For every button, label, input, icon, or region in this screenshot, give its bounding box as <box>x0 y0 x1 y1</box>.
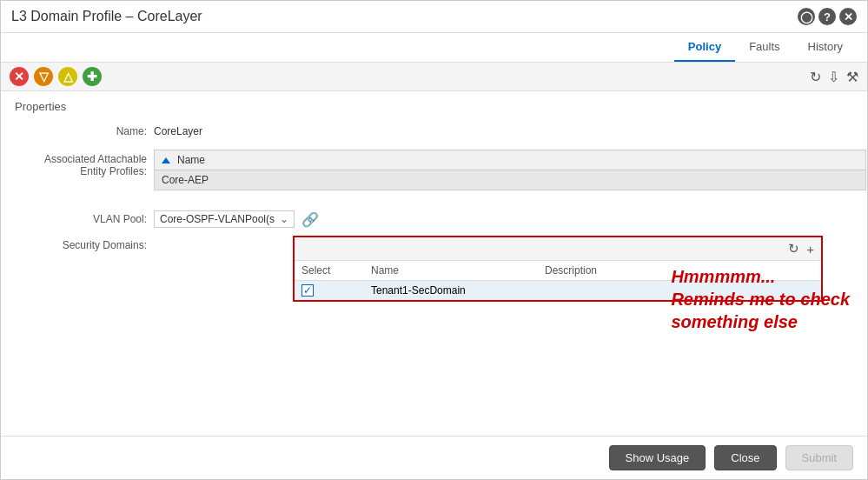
tab-faults[interactable]: Faults <box>735 33 793 62</box>
sec-col-select: Select <box>301 264 371 277</box>
vlan-pool-label: VLAN Pool: <box>15 210 154 229</box>
sec-col-name: Name <box>371 264 545 277</box>
close-button[interactable]: Close <box>714 445 776 470</box>
warning-button[interactable]: ▽ <box>34 67 53 86</box>
submit-button: Submit <box>785 445 853 470</box>
download-icon[interactable]: ⇩ <box>828 69 839 85</box>
footer: Show Usage Close Submit <box>1 436 867 479</box>
sec-refresh-icon[interactable]: ↻ <box>788 241 799 257</box>
user-icon[interactable]: ◯ <box>798 8 815 25</box>
aep-label: Associated AttachableEntity Profiles: <box>15 150 154 181</box>
aep-column-name: Name <box>177 154 205 166</box>
title-bar: L3 Domain Profile – CoreLayer ◯ ? ✕ <box>1 1 867 33</box>
window-title: L3 Domain Profile – CoreLayer <box>11 9 202 24</box>
tab-bar: Policy Faults History <box>1 33 867 63</box>
sec-checkbox[interactable]: ✓ <box>301 284 371 297</box>
ok-button[interactable]: ✚ <box>83 67 102 86</box>
sec-domain-name: Tenant1-SecDomain <box>371 284 545 297</box>
aep-section: Associated AttachableEntity Profiles: Na… <box>15 150 853 190</box>
check-icon: ✓ <box>303 284 312 297</box>
window-controls: ◯ ? ✕ <box>798 8 857 25</box>
tab-history[interactable]: History <box>794 33 857 62</box>
name-value: CoreLayer <box>154 122 853 141</box>
tab-policy[interactable]: Policy <box>674 33 735 62</box>
content-area: Properties Name: CoreLayer Associated At… <box>1 91 867 436</box>
settings-icon[interactable]: ⚒ <box>846 69 858 85</box>
refresh-icon[interactable]: ↻ <box>810 69 821 85</box>
security-domains-label: Security Domains: <box>15 236 154 255</box>
name-label: Name: <box>15 122 154 141</box>
vlan-pool-value: Core-OSPF-VLANPool(s <box>160 213 275 225</box>
aep-table-header: Name <box>155 150 865 170</box>
show-usage-button[interactable]: Show Usage <box>609 445 706 470</box>
delete-button[interactable]: ✕ <box>10 67 29 86</box>
vlan-pool-section: VLAN Pool: Core-OSPF-VLANPool(s ⌄ 🔗 <box>15 210 853 229</box>
aep-table: Name Core-AEP <box>154 150 866 190</box>
close-window-icon[interactable]: ✕ <box>839 8 857 25</box>
vlan-pool-select[interactable]: Core-OSPF-VLANPool(s ⌄ <box>154 210 295 228</box>
dropdown-arrow-icon: ⌄ <box>280 213 288 225</box>
toolbar-right: ↻ ⇩ ⚒ <box>810 69 858 85</box>
toolbar: ✕ ▽ △ ✚ ↻ ⇩ ⚒ <box>1 63 867 91</box>
help-icon[interactable]: ? <box>818 8 836 25</box>
name-property: Name: CoreLayer <box>15 122 853 141</box>
sec-add-icon[interactable]: + <box>806 242 814 257</box>
aep-row: Core-AEP <box>155 170 865 190</box>
vlan-link-icon[interactable]: 🔗 <box>301 211 319 228</box>
sort-icon <box>162 157 170 163</box>
annotation-text: Hmmmmm...Reminds me to checksomething el… <box>671 265 850 333</box>
alert-button[interactable]: △ <box>58 67 77 86</box>
sec-domain-toolbar: ↻ + <box>295 237 821 261</box>
section-title: Properties <box>15 100 853 113</box>
toolbar-left: ✕ ▽ △ ✚ <box>10 67 102 86</box>
